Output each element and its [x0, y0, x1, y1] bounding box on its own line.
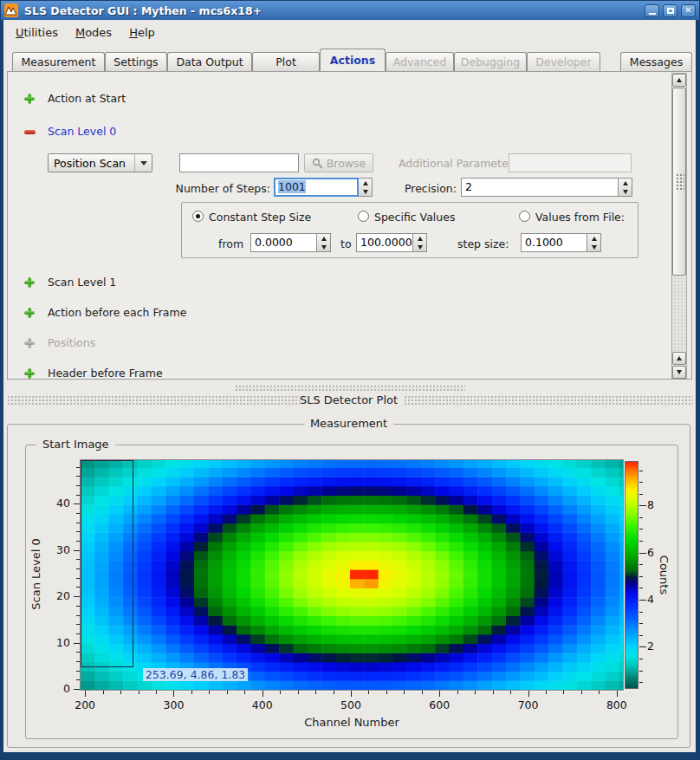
to-spinbox[interactable]: 100.0000: [356, 233, 427, 252]
spin-down-icon: [418, 245, 423, 250]
vertical-scrollbar[interactable]: [671, 73, 687, 379]
tab-debugging[interactable]: Debugging: [454, 52, 527, 71]
add-icon[interactable]: [23, 307, 36, 319]
step-size-value: 0.1000: [521, 233, 587, 252]
axis-minor-tick: [457, 691, 458, 694]
values-from-file-radio[interactable]: [519, 211, 530, 222]
arrow-up-icon: [677, 78, 682, 82]
scan-level-1-label[interactable]: Scan Level 1: [48, 276, 116, 289]
spin-buttons[interactable]: [359, 178, 373, 197]
axis-tick: [74, 689, 80, 690]
specific-values-radio[interactable]: [358, 211, 369, 222]
axis-tick: [439, 691, 440, 697]
scroll-up-button-2[interactable]: [672, 352, 686, 365]
scan-file-input[interactable]: [179, 153, 299, 172]
scan-mode-combobox[interactable]: Position Scan: [48, 153, 152, 172]
combobox-dropdown-button[interactable]: [134, 154, 152, 172]
axis-tick-label: 20: [56, 589, 70, 602]
colorbar-title: Counts: [657, 462, 672, 688]
splitter-handle[interactable]: [235, 385, 465, 391]
number-of-steps-value: 1001: [278, 180, 306, 193]
constant-step-size-radio[interactable]: [192, 211, 204, 222]
axis-tick-label: 400: [245, 698, 280, 711]
colorbar-tick: [639, 553, 646, 554]
axis-minor-tick: [315, 691, 316, 694]
axis-tick: [528, 691, 529, 697]
spin-down-icon: [321, 245, 327, 250]
browse-button[interactable]: Browse: [304, 153, 373, 172]
axis-minor-tick: [475, 691, 476, 694]
action-at-start-label[interactable]: Action at Start: [48, 92, 126, 105]
colorbar: [625, 461, 638, 689]
axis-minor-tick: [563, 691, 564, 694]
add-icon[interactable]: [23, 276, 36, 289]
tab-advanced[interactable]: Advanced: [386, 52, 454, 71]
spin-buttons[interactable]: [619, 178, 632, 197]
axis-tick-label: 0: [63, 682, 70, 695]
axis-minor-tick: [386, 691, 387, 694]
window-body: Utilities Modes Help Measurement Setting…: [3, 20, 696, 752]
precision-spinbox[interactable]: 2: [461, 178, 632, 197]
colorbar-minor-tick: [639, 659, 643, 659]
header-before-frame-label[interactable]: Header before Frame: [48, 367, 163, 380]
axis-tick-label: 40: [56, 497, 70, 510]
menu-help[interactable]: Help: [120, 23, 164, 42]
axis-minor-tick: [493, 691, 494, 694]
spin-buttons[interactable]: [587, 233, 601, 252]
add-icon[interactable]: [23, 93, 36, 105]
axis-tick-label: 500: [334, 698, 368, 711]
remove-icon[interactable]: [23, 126, 36, 138]
from-spinbox[interactable]: 0.0000: [250, 233, 331, 252]
chevron-down-icon: [140, 161, 147, 166]
axis-minor-tick: [510, 691, 511, 694]
axis-tick-label: 10: [56, 636, 70, 649]
colorbar-tick: [639, 600, 646, 601]
axis-tick: [262, 691, 263, 697]
close-button[interactable]: ✕: [681, 4, 696, 17]
spin-buttons[interactable]: [317, 233, 331, 252]
tab-messages[interactable]: Messages: [620, 52, 692, 71]
spin-buttons[interactable]: [413, 233, 427, 252]
title-bar[interactable]: SLS Detector GUI : Mythen - mcs6x18+ ✕: [1, 1, 699, 20]
maximize-button[interactable]: [663, 4, 677, 17]
menu-modes[interactable]: Modes: [67, 23, 120, 42]
tab-settings[interactable]: Settings: [105, 52, 167, 71]
scroll-up-button[interactable]: [672, 74, 686, 87]
plot-canvas-area[interactable]: 253.69, 4.86, 1.83: [80, 459, 624, 691]
scrollbar-trough[interactable]: [673, 276, 685, 351]
number-of-steps-spinbox[interactable]: 1001: [274, 178, 373, 197]
additional-parameter-input[interactable]: [509, 153, 632, 172]
minimize-icon: [649, 13, 656, 15]
scrollbar-thumb[interactable]: [672, 88, 686, 276]
colorbar-ticks: [639, 462, 646, 688]
step-size-spinbox[interactable]: 0.1000: [521, 233, 601, 252]
tab-actions[interactable]: Actions: [320, 49, 386, 71]
tab-measurement[interactable]: Measurement: [12, 52, 105, 71]
browse-button-label: Browse: [327, 157, 366, 170]
add-icon[interactable]: [23, 367, 36, 380]
axis-tick-label: 30: [56, 543, 70, 556]
heatmap-canvas[interactable]: [81, 460, 623, 690]
axis-tick-label: 700: [511, 698, 546, 711]
specific-values-label[interactable]: Specific Values: [374, 211, 455, 224]
add-icon-disabled[interactable]: [23, 337, 36, 349]
colorbar-minor-tick: [639, 471, 643, 471]
tab-developer[interactable]: Developer: [527, 52, 600, 71]
minimize-button[interactable]: [645, 4, 659, 17]
close-icon: ✕: [684, 6, 691, 15]
colorbar-minor-tick: [639, 494, 643, 495]
colorbar-tick-label: 2: [647, 640, 654, 653]
action-before-each-frame-label[interactable]: Action before each Frame: [48, 306, 186, 319]
axis-tick: [74, 596, 80, 597]
menu-utilities[interactable]: Utilities: [7, 23, 67, 42]
scroll-down-button[interactable]: [672, 366, 686, 379]
axis-tick: [74, 503, 80, 504]
scan-level-0-label[interactable]: Scan Level 0: [48, 125, 116, 138]
values-from-file-label[interactable]: Values from File:: [535, 211, 625, 224]
scan-mode-value: Position Scan: [49, 157, 134, 170]
maximize-icon: [667, 8, 674, 14]
measurement-group: Measurement Start Image Scan Level 0 010…: [7, 424, 690, 748]
constant-step-size-label[interactable]: Constant Step Size: [209, 211, 311, 224]
tab-data-output[interactable]: Data Output: [167, 52, 252, 71]
tab-plot[interactable]: Plot: [252, 52, 320, 71]
